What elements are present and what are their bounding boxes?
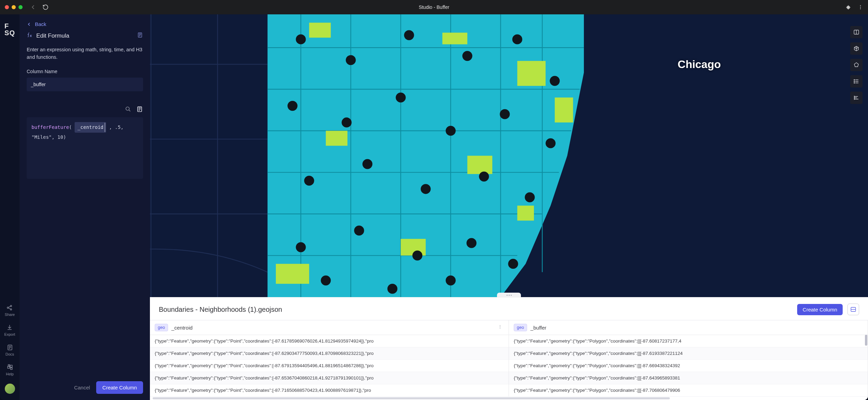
formula-panel: Back Edit Formula Enter an expression us… bbox=[20, 14, 150, 400]
app-root: F SQ Share Export Docs Help Back bbox=[0, 14, 868, 400]
svg-point-57 bbox=[479, 172, 489, 182]
svg-rect-10 bbox=[10, 368, 12, 370]
panel-doc-icon[interactable] bbox=[137, 32, 143, 40]
column-menu-button[interactable] bbox=[496, 324, 504, 331]
svg-point-60 bbox=[354, 226, 364, 236]
svg-rect-41 bbox=[517, 205, 534, 221]
table-cell[interactable]: {"type":"Feature","geometry":{"type":"Po… bbox=[509, 372, 868, 384]
map-tool-3d[interactable] bbox=[850, 42, 863, 55]
svg-rect-9 bbox=[8, 365, 10, 366]
svg-point-49 bbox=[342, 118, 352, 128]
formula-editor[interactable]: bufferFeature( _centroid , .5, "Miles", … bbox=[27, 117, 143, 179]
table-cell[interactable]: {"type":"Feature","geometry":{"type":"Po… bbox=[150, 384, 509, 397]
svg-point-83 bbox=[500, 328, 500, 329]
editor-search-icon[interactable] bbox=[125, 106, 131, 114]
svg-point-2 bbox=[860, 8, 861, 9]
table-cell[interactable]: {"type":"Feature","geometry":{"type":"Po… bbox=[150, 335, 509, 347]
svg-point-52 bbox=[500, 109, 510, 119]
map-tool-split[interactable] bbox=[850, 26, 863, 38]
map-tool-align[interactable] bbox=[850, 92, 863, 104]
rail-docs[interactable]: Docs bbox=[5, 344, 14, 356]
user-avatar[interactable] bbox=[5, 384, 15, 394]
svg-point-0 bbox=[860, 5, 861, 6]
table-cell[interactable]: {"type":"Feature","geometry":{"type":"Po… bbox=[150, 360, 509, 372]
code-column-chip[interactable]: _centroid bbox=[75, 122, 106, 133]
svg-rect-39 bbox=[276, 264, 309, 284]
back-button[interactable]: Back bbox=[27, 21, 143, 27]
app-logo-line2: SQ bbox=[4, 29, 15, 36]
svg-point-12 bbox=[126, 107, 129, 110]
vertical-scrollbar[interactable] bbox=[865, 335, 867, 346]
svg-point-63 bbox=[508, 259, 518, 269]
column-type-chip: geo bbox=[514, 324, 527, 331]
svg-point-44 bbox=[404, 30, 414, 40]
svg-point-50 bbox=[396, 93, 406, 103]
svg-point-1 bbox=[860, 7, 861, 8]
svg-point-47 bbox=[550, 76, 560, 86]
svg-point-43 bbox=[346, 55, 356, 65]
map-tool-legend[interactable] bbox=[850, 75, 863, 88]
svg-point-73 bbox=[854, 81, 855, 82]
table-cell[interactable]: {"type":"Feature","geometry":{"type":"Po… bbox=[509, 347, 868, 360]
svg-point-58 bbox=[525, 192, 535, 202]
map-tools bbox=[850, 26, 863, 104]
create-column-button[interactable]: Create Column bbox=[96, 381, 143, 394]
map-city-label: Chicago bbox=[678, 58, 721, 71]
table-create-column-button[interactable]: Create Column bbox=[797, 304, 843, 315]
map-canvas[interactable]: Chicago bbox=[150, 14, 868, 297]
svg-point-54 bbox=[304, 176, 314, 186]
column-buffer: geo _buffer {"type":"Feature","geometry"… bbox=[509, 320, 868, 397]
nav-rail: F SQ Share Export Docs Help bbox=[0, 14, 20, 400]
svg-point-4 bbox=[11, 305, 12, 307]
svg-point-61 bbox=[412, 251, 422, 261]
column-type-chip: geo bbox=[155, 324, 168, 331]
svg-point-55 bbox=[362, 159, 372, 169]
svg-point-46 bbox=[512, 34, 522, 44]
app-logo-line1: F bbox=[4, 23, 15, 29]
nav-back-button[interactable] bbox=[30, 4, 36, 10]
column-name-input[interactable] bbox=[27, 78, 143, 91]
svg-point-51 bbox=[446, 126, 456, 136]
table-layout-toggle[interactable] bbox=[847, 304, 859, 315]
map-tool-polygon[interactable] bbox=[850, 59, 863, 71]
svg-point-66 bbox=[446, 276, 456, 285]
editor-doc-icon[interactable] bbox=[136, 106, 143, 114]
rail-help[interactable]: Help bbox=[6, 364, 14, 376]
rail-export[interactable]: Export bbox=[4, 324, 15, 336]
table-drag-handle[interactable] bbox=[497, 293, 521, 297]
svg-rect-36 bbox=[555, 97, 573, 122]
svg-point-82 bbox=[500, 326, 500, 327]
rail-share-label: Share bbox=[5, 312, 15, 317]
data-grid: geo _centroid {"type":"Feature","geometr… bbox=[150, 320, 868, 397]
rail-share[interactable]: Share bbox=[5, 304, 15, 317]
column-name: _centroid bbox=[171, 325, 193, 331]
svg-rect-34 bbox=[442, 33, 467, 44]
svg-point-65 bbox=[387, 284, 397, 294]
close-window-button[interactable] bbox=[5, 5, 9, 9]
table-cell[interactable]: {"type":"Feature","geometry":{"type":"Po… bbox=[509, 384, 868, 397]
table-cell[interactable]: {"type":"Feature","geometry":{"type":"Po… bbox=[509, 360, 868, 372]
svg-rect-33 bbox=[309, 23, 331, 38]
horizontal-scrollbar[interactable] bbox=[150, 397, 868, 400]
cancel-button[interactable]: Cancel bbox=[74, 385, 90, 390]
browser-menu-button[interactable] bbox=[858, 4, 863, 10]
svg-rect-8 bbox=[10, 365, 12, 367]
rail-docs-label: Docs bbox=[5, 352, 14, 356]
maximize-window-button[interactable] bbox=[18, 5, 23, 9]
svg-rect-37 bbox=[326, 131, 347, 146]
table-cell[interactable]: {"type":"Feature","geometry":{"type":"Po… bbox=[509, 335, 868, 347]
content-area: Chicago bbox=[150, 14, 868, 400]
svg-rect-35 bbox=[517, 61, 546, 86]
minimize-window-button[interactable] bbox=[12, 5, 16, 9]
svg-point-5 bbox=[11, 309, 12, 310]
column-centroid: geo _centroid {"type":"Feature","geometr… bbox=[150, 320, 509, 397]
panel-title: Edit Formula bbox=[36, 32, 69, 39]
rail-export-label: Export bbox=[4, 332, 15, 336]
data-table-panel: Boundaries - Neighborhoods (1).geojson C… bbox=[150, 297, 868, 400]
reload-button[interactable] bbox=[42, 4, 49, 10]
table-cell[interactable]: {"type":"Feature","geometry":{"type":"Po… bbox=[150, 347, 509, 360]
svg-point-56 bbox=[421, 184, 431, 194]
table-cell[interactable]: {"type":"Feature","geometry":{"type":"Po… bbox=[150, 372, 509, 384]
extensions-icon[interactable] bbox=[845, 4, 852, 10]
traffic-lights bbox=[5, 5, 23, 9]
